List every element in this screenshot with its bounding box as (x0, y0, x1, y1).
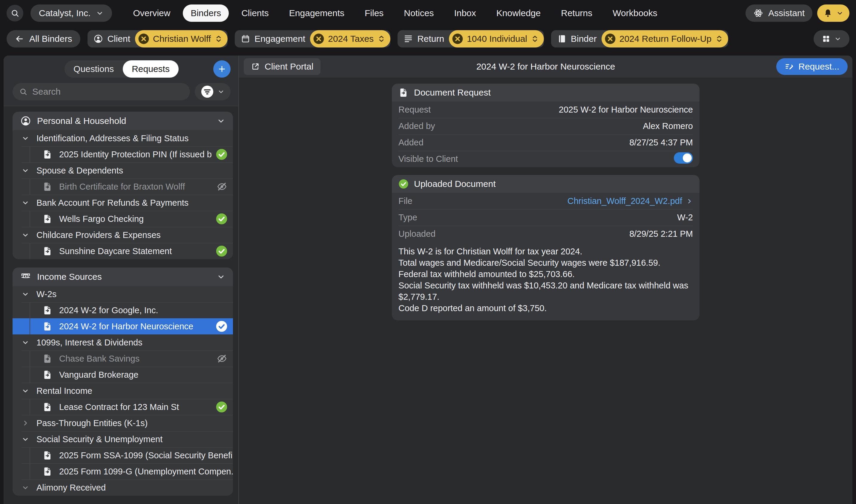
nav-item-label: Binders (191, 8, 221, 18)
nav-item-label: Knowledge (496, 8, 540, 18)
client-portal-label: Client Portal (265, 61, 313, 72)
request-button[interactable]: Request... (776, 58, 848, 75)
nav-item-clients[interactable]: Clients (234, 4, 277, 22)
search-icon (19, 88, 28, 96)
tab-label: Questions (73, 64, 114, 74)
main-pane: Client Portal 2024 W-2 for Harbor Neuros… (239, 56, 852, 504)
request-item-2025-form-1099-g-unemployment-compen[interactable]: 2025 Form 1099-G (Unemployment Compen... (13, 463, 233, 480)
document-icon (42, 305, 53, 315)
request-group-label: 1099s, Interest & Dividends (36, 338, 233, 347)
request-group-w-2s[interactable]: W-2s (13, 286, 233, 302)
request-item-2025-form-ssa-1099-social-security-benefi[interactable]: 2025 Form SSA-1099 (Social Security Bene… (13, 447, 233, 463)
request-item-sunshine-daycare-statement[interactable]: Sunshine Daycare Statement (13, 243, 233, 259)
request-item-chase-bank-savings[interactable]: Chase Bank Savings (13, 350, 233, 367)
nav-item-workbooks[interactable]: Workbooks (605, 4, 665, 22)
nav-item-inbox[interactable]: Inbox (446, 4, 484, 22)
uploaded-document-card: Uploaded Document File Christian_Wolff_2… (392, 175, 699, 320)
request-group-label: Social Security & Unemployment (36, 434, 233, 444)
filter-chip[interactable]: Christian Wolff (135, 30, 228, 48)
request-item-wells-fargo-checking[interactable]: Wells Fargo Checking (13, 211, 233, 227)
detail-row-added: Added 8/27/25 4:37 PM (392, 134, 699, 151)
tree-guide-line (30, 447, 30, 463)
filter-chip[interactable]: 2024 Taxes (310, 30, 390, 48)
book-icon (557, 34, 567, 43)
notifications-button[interactable] (817, 4, 850, 22)
chevron-down-icon (217, 273, 225, 281)
filter-group-return: Return 1040 Individual (397, 30, 544, 48)
main-header: Client Portal 2024 W-2 for Harbor Neuros… (239, 56, 852, 78)
request-item-2024-w-2-for-google-inc[interactable]: 2024 W-2 for Google, Inc. (13, 302, 233, 318)
assistant-button[interactable]: Assistant (746, 4, 813, 22)
plus-icon (217, 65, 226, 73)
nav-item-label: Overview (133, 8, 170, 18)
request-group-alimony-received[interactable]: Alimony Received (13, 480, 233, 496)
chevron-right-icon (686, 198, 693, 205)
request-item-lease-contract-for-123-main-st[interactable]: Lease Contract for 123 Main St (13, 399, 233, 415)
nav-item-binders[interactable]: Binders (183, 4, 229, 22)
tree-guide-line (30, 243, 30, 259)
request-group-social-security-unemployment[interactable]: Social Security & Unemployment (13, 431, 233, 447)
request-item-vanguard-brokerage[interactable]: Vanguard Brokerage (13, 367, 233, 383)
detail-row-value: Christian_Wolff_2024_W2.pdf (568, 196, 682, 206)
search-field[interactable] (13, 83, 190, 100)
document-icon (42, 402, 53, 412)
nav-item-files[interactable]: Files (357, 4, 391, 22)
filter-label: Engagement (254, 34, 305, 44)
request-group-childcare-providers-expenses[interactable]: Childcare Providers & Expenses (13, 227, 233, 243)
filter-label: Return (417, 34, 444, 44)
chevron-down-icon (21, 290, 29, 298)
filter-chip[interactable]: 1040 Individual (449, 30, 544, 48)
request-item-birth-certificate-for-braxton-wolff[interactable]: Birth Certificate for Braxton Wolff (13, 179, 233, 195)
nav-item-engagements[interactable]: Engagements (281, 4, 352, 22)
filter-button[interactable] (195, 83, 231, 100)
view-switcher-button[interactable] (814, 30, 850, 48)
request-group-label: Identification, Addresses & Filing Statu… (36, 133, 233, 143)
eye-slash-icon (216, 181, 228, 192)
global-search-button[interactable] (6, 5, 23, 21)
request-group-identification-addresses-filing-status[interactable]: Identification, Addresses & Filing Statu… (13, 130, 233, 146)
request-item-2025-identity-protection-pin-if-issued-by[interactable]: 2025 Identity Protection PIN (If issued … (13, 146, 233, 162)
description-line: Social Security tax withheld was $10,453… (398, 280, 693, 303)
x-circle-icon[interactable] (452, 33, 463, 44)
client-portal-button[interactable]: Client Portal (244, 58, 320, 75)
search-icon (11, 8, 19, 18)
tab-questions[interactable]: Questions (65, 60, 123, 78)
add-request-button[interactable] (213, 60, 231, 78)
nav-item-overview[interactable]: Overview (125, 4, 178, 22)
org-switcher[interactable]: Catalyst, Inc. (31, 4, 112, 22)
uploaded-document-rows: File Christian_Wolff_2024_W2.pdf Type W-… (392, 193, 699, 242)
document-icon (42, 214, 53, 224)
request-group-label: Bank Account For Refunds & Payments (36, 198, 233, 208)
request-group-pass-through-entities-k-1s[interactable]: Pass-Through Entities (K-1s) (13, 415, 233, 431)
detail-row-request: Request 2025 W-2 for Harbor Neuroscience (392, 102, 699, 118)
request-group-1099s-interest-dividends[interactable]: 1099s, Interest & Dividends (13, 335, 233, 350)
tree-section-header[interactable]: Income Sources (13, 268, 233, 286)
person-icon (20, 115, 31, 126)
x-circle-icon[interactable] (313, 33, 324, 44)
file-link[interactable]: Christian_Wolff_2024_W2.pdf (568, 196, 693, 206)
x-circle-icon[interactable] (138, 33, 149, 44)
request-group-rental-income[interactable]: Rental Income (13, 383, 233, 399)
chevron-updown-icon (715, 35, 724, 43)
nav-item-knowledge[interactable]: Knowledge (488, 4, 548, 22)
document-icon (42, 182, 53, 192)
request-group-label: W-2s (36, 289, 233, 299)
binder-context-toolbar: All Binders Client Christian Wolff Engag… (0, 26, 856, 51)
arrow-left-icon (15, 34, 24, 43)
request-item-2024-w-2-for-harbor-neuroscience[interactable]: 2024 W-2 for Harbor Neuroscience (13, 318, 233, 335)
atom-icon (753, 8, 763, 18)
check-circle-icon (216, 148, 228, 160)
nav-item-notices[interactable]: Notices (396, 4, 442, 22)
tree-guide-line (30, 367, 30, 383)
search-input[interactable] (32, 86, 183, 97)
tree-section-header[interactable]: Personal & Household (13, 112, 233, 130)
request-group-spouse-dependents[interactable]: Spouse & Dependents (13, 162, 233, 179)
x-circle-icon[interactable] (605, 33, 616, 44)
page-title: 2024 W-2 for Harbor Neuroscience (476, 61, 615, 72)
request-group-bank-account-for-refunds-payments[interactable]: Bank Account For Refunds & Payments (13, 195, 233, 211)
nav-item-returns[interactable]: Returns (553, 4, 600, 22)
tab-requests[interactable]: Requests (123, 60, 179, 78)
back-all-binders-button[interactable]: All Binders (6, 30, 81, 48)
visible-to-client-toggle[interactable] (674, 152, 693, 164)
filter-chip[interactable]: 2024 Return Follow-Up (602, 30, 728, 48)
